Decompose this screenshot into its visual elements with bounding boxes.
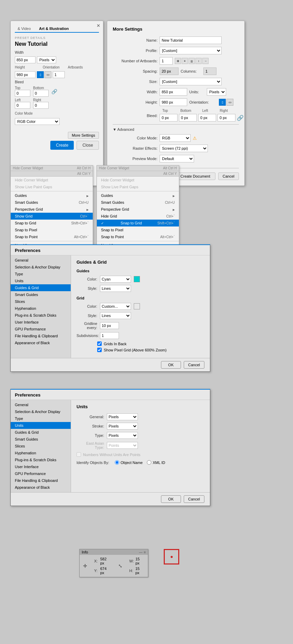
u-prefs-ok-button[interactable]: OK [161,495,181,503]
sidebar-item-slices[interactable]: Slices [11,298,71,305]
info-expand-button[interactable]: ≡ [144,550,146,554]
ms-spacing-input[interactable] [160,67,179,75]
sidebar-item-plugins[interactable]: Plug-ins & Scratch Disks [11,312,71,319]
r-menu-item-smart-guides[interactable]: Smart Guides Ctrl+U [97,199,179,206]
ms-preview-select[interactable]: Default [160,155,194,162]
r-menu-item-guides[interactable]: Guides [97,192,179,199]
u-sidebar-item-hyphenation[interactable]: Hyphenation [11,450,71,456]
show-pixel-grid-checkbox[interactable] [97,348,102,352]
r-menu-item-perspective-grid[interactable]: Perspective Grid [97,206,179,213]
prefs-ok-button[interactable]: OK [161,361,181,369]
u-sidebar-item-guides-grid[interactable]: Guides & Grid [11,429,71,436]
ms-raster-select[interactable]: Screen (72 ppi) [160,145,208,152]
menu-item-show-live[interactable]: Show Live Paint Gaps [11,183,93,190]
ms-units-select[interactable]: Pixels [207,88,226,96]
guides-color-select[interactable]: Cyan [100,276,131,283]
ms-landscape-button[interactable]: ▭ [226,99,233,106]
ms-portrait-button[interactable]: ▯ [219,99,226,106]
r-menu-item-show-live[interactable]: Show Live Paint Gaps [97,183,179,190]
grid-color-select[interactable]: Custom... [100,303,131,310]
ab-arrow-icon[interactable]: → [202,58,209,64]
u-sidebar-item-units[interactable]: Units [11,422,71,429]
u-sidebar-item-smart-guides[interactable]: Smart Guides [11,436,71,443]
grid-color-swatch[interactable] [134,303,140,309]
create-button[interactable]: Create [50,141,74,150]
numbers-without-units-checkbox[interactable] [77,452,81,457]
r-menu-item-snap-to-pixel[interactable]: Snap to Pixel [97,226,179,233]
ms-columns-input[interactable] [203,67,216,75]
ms-bleed-bottom-input[interactable] [179,114,197,122]
u-sidebar-item-general[interactable]: General [11,401,71,408]
grid-style-select[interactable]: Lines [100,312,131,319]
r-menu-item-hide-grid[interactable]: Hide Grid Ctrl+` [97,213,179,220]
radio-xml-id[interactable]: XML ID [147,460,165,465]
ab-row-icon[interactable]: ≡ [182,58,188,64]
ms-cancel-button[interactable]: Cancel [218,172,239,180]
menu-item-guides[interactable]: Guides [11,192,93,199]
ms-height-input[interactable] [160,98,187,106]
ab-col-icon[interactable]: ||| [189,58,195,64]
units-type-select[interactable]: Pixels [107,432,138,439]
sidebar-item-general[interactable]: General [11,257,71,264]
u-sidebar-item-type[interactable]: Type [11,415,71,422]
prefs-cancel-button[interactable]: Cancel [184,361,204,369]
close-button[interactable]: Close [77,141,99,150]
grids-in-back-checkbox[interactable] [97,341,102,346]
subdivisions-input[interactable] [100,332,119,339]
ms-profile-select[interactable]: [Custom] [160,47,222,54]
sidebar-item-guides-grid[interactable]: Guides & Grid [11,284,71,291]
units-general-select[interactable]: Pixels [107,413,138,420]
bleed-right-input[interactable] [33,102,49,109]
bleed-left-input[interactable] [15,102,30,109]
ms-artboards-input[interactable] [160,57,173,65]
guides-color-swatch[interactable] [134,276,140,282]
sidebar-item-appearance[interactable]: Appearance of Black [11,339,71,346]
artboards-input[interactable] [53,71,65,78]
info-minimize-button[interactable]: — [139,550,142,554]
sidebar-item-file-handling[interactable]: File Handling & Clipboard [11,332,71,339]
sidebar-item-selection[interactable]: Selection & Anchor Display [11,264,71,271]
bleed-top-input[interactable] [15,90,30,97]
u-sidebar-item-selection[interactable]: Selection & Anchor Display [11,408,71,415]
u-sidebar-item-gpu[interactable]: GPU Performance [11,470,71,477]
u-sidebar-item-file[interactable]: File Handling & Clipboard [11,477,71,484]
sidebar-item-ui[interactable]: User Interface [11,319,71,326]
u-sidebar-item-slices[interactable]: Slices [11,443,71,450]
tab-video[interactable]: & Video [15,25,33,32]
radio-xml-id-input[interactable] [147,460,151,465]
ms-advanced-toggle[interactable]: ▼ Advanced [113,127,239,131]
ms-bleed-top-input[interactable] [160,114,178,122]
ab-arrange-icon[interactable]: ↕ [195,58,202,64]
ms-bleed-right-input[interactable] [218,114,235,122]
sidebar-item-units[interactable]: Units [11,277,71,284]
landscape-button[interactable]: ▭ [44,71,51,78]
color-mode-select[interactable]: RGB Color [15,118,60,125]
bleed-bottom-input[interactable] [33,90,49,97]
ms-size-select[interactable]: [Custom] [160,78,222,85]
unit-select[interactable]: Pixels [37,56,56,63]
preset-close-button[interactable]: ✕ [97,23,100,28]
more-settings-button[interactable]: More Settings [68,132,99,139]
menu-item-smart-guides[interactable]: Smart Guides Ctrl+U [11,199,93,206]
ms-width-input[interactable] [160,88,187,96]
height-input[interactable] [15,71,36,78]
ab-grid-icon[interactable]: ⊞ [175,58,181,64]
ms-bleed-left-input[interactable] [198,114,216,122]
menu-item-perspective-grid[interactable]: Perspective Grid [11,206,93,213]
menu-item-snap-to-point[interactable]: Snap to Point Alt+Ctrl+` [11,233,93,240]
sidebar-item-gpu[interactable]: GPU Performance [11,326,71,332]
menu-item-snap-to-pixel[interactable]: Snap to Pixel [11,226,93,233]
guides-style-select[interactable]: Lines [100,285,131,292]
u-sidebar-item-ui[interactable]: User Interface [11,463,71,470]
r-menu-item-hide-corner[interactable]: Hide Corner Widget [97,177,179,183]
sidebar-item-hyphenation[interactable]: Hyphenation [11,305,71,312]
r-menu-item-snap-to-point[interactable]: Snap to Point Alt+Ctrl+` [97,233,179,240]
r-menu-item-snap-to-grid[interactable]: ✓ Snap to Grid Shift+Ctrl+` [97,220,179,226]
ms-name-input[interactable] [160,36,222,44]
u-sidebar-item-appearance[interactable]: Appearance of Black [11,484,71,491]
ms-color-mode-select[interactable]: RGB [160,134,191,142]
width-input[interactable] [15,56,36,63]
menu-item-snap-to-grid[interactable]: Snap to Grid Shift+Ctrl+` [11,220,93,226]
sidebar-item-smart-guides[interactable]: Smart Guides [11,291,71,298]
gridline-input[interactable] [100,322,119,329]
